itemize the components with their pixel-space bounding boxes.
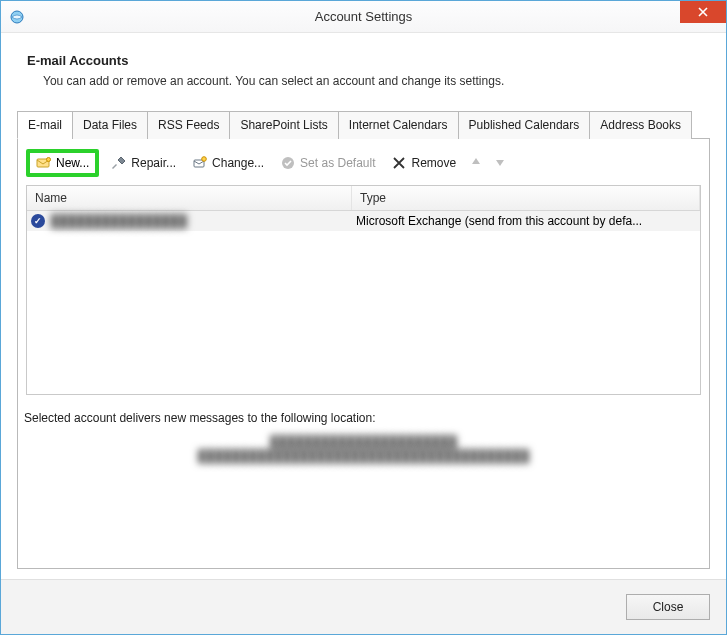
repair-button[interactable]: Repair... xyxy=(107,153,180,173)
column-header-type[interactable]: Type xyxy=(352,186,700,210)
account-list: Name Type ✓ ████████████████ Microsoft E… xyxy=(26,185,701,395)
tab-rss-feeds[interactable]: RSS Feeds xyxy=(147,111,230,139)
wrench-icon xyxy=(111,155,127,171)
app-icon xyxy=(9,9,25,25)
move-down-button xyxy=(492,156,508,171)
tab-data-files[interactable]: Data Files xyxy=(72,111,148,139)
tab-internet-calendars[interactable]: Internet Calendars xyxy=(338,111,459,139)
tab-strip: E-mail Data Files RSS Feeds SharePoint L… xyxy=(17,110,710,139)
new-button[interactable]: New... xyxy=(26,149,99,177)
arrow-down-icon xyxy=(494,156,506,168)
set-default-button: Set as Default xyxy=(276,153,379,173)
delivery-location-label: Selected account delivers new messages t… xyxy=(24,411,703,425)
svg-point-2 xyxy=(47,158,51,162)
window-title: Account Settings xyxy=(1,9,726,24)
delivery-location-title: ██████████████████████ xyxy=(198,435,530,449)
check-circle-icon xyxy=(280,155,296,171)
change-button[interactable]: Change... xyxy=(188,153,268,173)
close-icon xyxy=(698,7,708,17)
section-title: E-mail Accounts xyxy=(27,53,710,68)
change-icon xyxy=(192,155,208,171)
section-description: You can add or remove an account. You ca… xyxy=(43,74,710,88)
tab-address-books[interactable]: Address Books xyxy=(589,111,692,139)
list-row[interactable]: ✓ ████████████████ Microsoft Exchange (s… xyxy=(27,211,700,231)
close-button[interactable]: Close xyxy=(626,594,710,620)
default-account-icon: ✓ xyxy=(31,214,45,228)
tab-email[interactable]: E-mail xyxy=(17,111,73,139)
account-settings-window: Account Settings E-mail Accounts You can… xyxy=(0,0,727,635)
move-up-button xyxy=(468,156,484,171)
row-type: Microsoft Exchange (send from this accou… xyxy=(356,214,696,228)
column-header-name[interactable]: Name xyxy=(27,186,352,210)
titlebar: Account Settings xyxy=(1,1,726,33)
remove-button-label: Remove xyxy=(411,156,456,170)
tab-published-calendars[interactable]: Published Calendars xyxy=(458,111,591,139)
envelope-new-icon xyxy=(36,155,52,171)
content-area: E-mail Accounts You can add or remove an… xyxy=(1,33,726,579)
set-default-button-label: Set as Default xyxy=(300,156,375,170)
window-close-button[interactable] xyxy=(680,1,726,23)
new-button-label: New... xyxy=(56,156,89,170)
remove-button[interactable]: Remove xyxy=(387,153,460,173)
bottom-bar: Close xyxy=(1,579,726,634)
row-name: ████████████████ xyxy=(51,214,356,228)
arrow-up-icon xyxy=(470,156,482,168)
delivery-location-detail: ███████████████████████████████████████ xyxy=(198,449,530,463)
tab-panel-email: New... Repair... Change... xyxy=(17,139,710,569)
delivery-location-block: ██████████████████████ █████████████████… xyxy=(198,435,530,463)
toolbar: New... Repair... Change... xyxy=(18,149,709,185)
remove-icon xyxy=(391,155,407,171)
repair-button-label: Repair... xyxy=(131,156,176,170)
svg-point-4 xyxy=(202,157,207,162)
tab-sharepoint-lists[interactable]: SharePoint Lists xyxy=(229,111,338,139)
list-header: Name Type xyxy=(27,186,700,211)
change-button-label: Change... xyxy=(212,156,264,170)
